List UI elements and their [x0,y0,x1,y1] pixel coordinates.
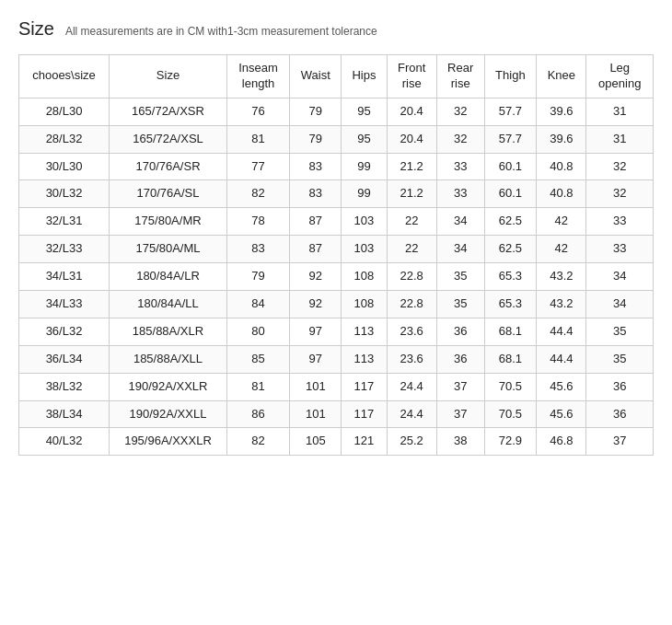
cell-front_rise: 25.2 [387,428,436,456]
cell-leg_opening: 37 [586,428,654,456]
cell-rear_rise: 35 [436,291,484,318]
cell-knee: 42 [537,236,586,263]
cell-leg_opening: 31 [586,125,654,153]
cell-size: 165/72A/XSL [110,125,227,153]
cell-hips: 121 [342,428,387,456]
table-row: 30/L30170/76A/SR77839921.23360.140.832 [19,153,654,180]
table-row: 28/L30165/72A/XSR76799520.43257.739.631 [19,98,654,125]
cell-knee: 39.6 [537,125,586,153]
cell-front_rise: 24.4 [387,400,436,428]
table-row: 32/L31175/80A/MR7887103223462.54233 [19,208,654,236]
cell-inseam: 80 [226,318,289,345]
cell-front_rise: 22.8 [387,263,436,291]
cell-knee: 40.8 [537,180,586,208]
cell-thigh: 62.5 [484,208,537,236]
size-table: chooes\sizeSizeInseam lengthWaistHipsFro… [18,54,654,456]
cell-knee: 39.6 [537,98,586,125]
cell-inseam: 77 [226,153,289,180]
cell-hips: 99 [342,153,387,180]
cell-size: 190/92A/XXLR [110,373,227,400]
cell-waist: 92 [290,291,342,318]
cell-choose_size: 36/L34 [19,345,110,373]
col-header-rear_rise: Rear rise [436,55,484,98]
cell-waist: 79 [290,125,342,153]
cell-thigh: 65.3 [484,291,537,318]
cell-front_rise: 21.2 [387,153,436,180]
cell-front_rise: 20.4 [387,125,436,153]
cell-choose_size: 34/L33 [19,291,110,318]
cell-knee: 45.6 [537,400,586,428]
cell-hips: 117 [342,373,387,400]
cell-thigh: 57.7 [484,98,537,125]
col-header-choose_size: chooes\size [19,55,110,98]
cell-choose_size: 36/L32 [19,318,110,345]
table-row: 34/L31180/84A/LR799210822.83565.343.234 [19,263,654,291]
cell-choose_size: 30/L32 [19,180,110,208]
cell-choose_size: 28/L32 [19,125,110,153]
cell-leg_opening: 35 [586,345,654,373]
cell-size: 195/96A/XXXLR [110,428,227,456]
cell-thigh: 72.9 [484,428,537,456]
cell-size: 175/80A/MR [110,208,227,236]
col-header-inseam: Inseam length [226,55,289,98]
cell-leg_opening: 34 [586,263,654,291]
cell-rear_rise: 32 [436,98,484,125]
cell-inseam: 79 [226,263,289,291]
col-header-front_rise: Front rise [387,55,436,98]
col-header-thigh: Thigh [484,55,537,98]
cell-rear_rise: 37 [436,373,484,400]
cell-size: 170/76A/SL [110,180,227,208]
cell-size: 185/88A/XLL [110,345,227,373]
cell-front_rise: 22 [387,208,436,236]
cell-rear_rise: 35 [436,263,484,291]
cell-hips: 113 [342,318,387,345]
cell-front_rise: 20.4 [387,98,436,125]
cell-thigh: 62.5 [484,236,537,263]
cell-waist: 87 [290,236,342,263]
cell-leg_opening: 32 [586,180,654,208]
cell-waist: 101 [290,373,342,400]
cell-choose_size: 38/L32 [19,373,110,400]
table-row: 36/L32185/88A/XLR809711323.63668.144.435 [19,318,654,345]
cell-waist: 101 [290,400,342,428]
table-row: 36/L34185/88A/XLL859711323.63668.144.435 [19,345,654,373]
page-header: Size All measurements are in CM with1-3c… [18,18,654,40]
table-row: 30/L32170/76A/SL82839921.23360.140.832 [19,180,654,208]
cell-choose_size: 32/L31 [19,208,110,236]
cell-size: 190/92A/XXLL [110,400,227,428]
cell-inseam: 78 [226,208,289,236]
cell-inseam: 81 [226,125,289,153]
cell-size: 185/88A/XLR [110,318,227,345]
cell-hips: 113 [342,345,387,373]
cell-size: 180/84A/LL [110,291,227,318]
cell-waist: 87 [290,208,342,236]
cell-rear_rise: 33 [436,180,484,208]
cell-front_rise: 23.6 [387,345,436,373]
cell-rear_rise: 33 [436,153,484,180]
cell-knee: 45.6 [537,373,586,400]
table-row: 32/L33175/80A/ML8387103223462.54233 [19,236,654,263]
cell-waist: 97 [290,318,342,345]
cell-choose_size: 40/L32 [19,428,110,456]
cell-leg_opening: 32 [586,153,654,180]
cell-size: 170/76A/SR [110,153,227,180]
cell-size: 175/80A/ML [110,236,227,263]
cell-knee: 44.4 [537,345,586,373]
cell-leg_opening: 33 [586,236,654,263]
col-header-leg_opening: Leg opening [586,55,654,98]
cell-leg_opening: 31 [586,98,654,125]
page-title: Size [18,18,54,40]
cell-inseam: 83 [226,236,289,263]
cell-choose_size: 38/L34 [19,400,110,428]
cell-front_rise: 24.4 [387,373,436,400]
table-row: 38/L32190/92A/XXLR8110111724.43770.545.6… [19,373,654,400]
cell-knee: 43.2 [537,263,586,291]
cell-leg_opening: 33 [586,208,654,236]
table-row: 34/L33180/84A/LL849210822.83565.343.234 [19,291,654,318]
cell-front_rise: 23.6 [387,318,436,345]
cell-size: 180/84A/LR [110,263,227,291]
cell-rear_rise: 34 [436,208,484,236]
cell-rear_rise: 32 [436,125,484,153]
col-header-size: Size [110,55,227,98]
cell-inseam: 82 [226,180,289,208]
